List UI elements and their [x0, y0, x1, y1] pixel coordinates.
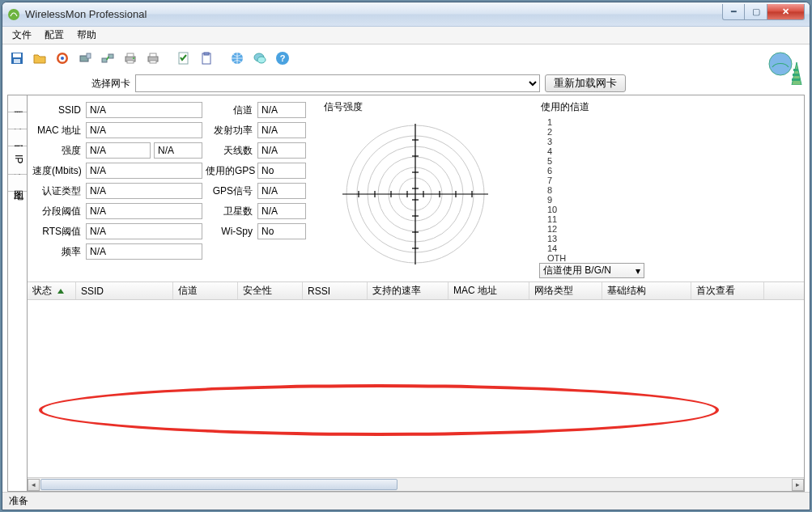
col-rssi[interactable]: RSSI: [303, 282, 368, 299]
status-text: 准备: [9, 494, 28, 508]
menubar: 文件 配置 帮助: [2, 27, 810, 44]
gps-value: No: [257, 163, 306, 179]
channels-title: 使用的信道: [541, 100, 661, 114]
col-nettype[interactable]: 网络类型: [529, 282, 602, 299]
titlebar: WirelessMon Professional ━ ▢ ✕: [2, 2, 810, 27]
toolbar: ?: [2, 44, 810, 72]
signal-radar: [322, 117, 508, 271]
svg-rect-17: [150, 61, 156, 63]
txpower-label: 发射功率: [206, 124, 254, 138]
col-firstseen[interactable]: 首次查看: [691, 282, 764, 299]
device-icon[interactable]: [75, 49, 95, 68]
svg-point-23: [257, 57, 266, 63]
h-scrollbar[interactable]: ◂ ▸: [28, 477, 804, 491]
help-icon[interactable]: ?: [273, 49, 292, 68]
ssid-value: N/A: [86, 102, 202, 118]
col-status[interactable]: 状态: [28, 282, 76, 299]
grid-header: 状态 SSID 信道 安全性 RSSI 支持的速率 MAC 地址 网络类型 基础…: [28, 282, 804, 300]
col-infra[interactable]: 基础结构: [602, 282, 691, 299]
col-ssid[interactable]: SSID: [76, 282, 173, 299]
info-grid: SSID N/A 信道 N/A MAC 地址 N/A 发射功率 N/A 强度 N…: [32, 100, 316, 277]
ap-grid: 状态 SSID 信道 安全性 RSSI 支持的速率 MAC 地址 网络类型 基础…: [28, 281, 804, 491]
check-icon[interactable]: [174, 49, 193, 68]
tab-graph[interactable]: 图形: [8, 129, 27, 146]
svg-rect-29: [792, 78, 800, 81]
svg-rect-27: [793, 69, 798, 71]
app-logo-large: [767, 49, 803, 87]
scroll-right-icon[interactable]: ▸: [792, 479, 804, 491]
antenna-value: N/A: [257, 142, 306, 159]
sat-value: N/A: [257, 203, 306, 219]
reload-button[interactable]: 重新加载网卡: [545, 74, 626, 92]
window-title: WirelessMon Professional: [25, 8, 147, 20]
rts-label: RTS阈值: [32, 225, 83, 239]
main-panel: SSID N/A 信道 N/A MAC 地址 N/A 发射功率 N/A 强度 N…: [28, 95, 804, 491]
tab-map[interactable]: 地图: [8, 175, 27, 192]
app-icon: [7, 8, 20, 21]
print-icon[interactable]: [121, 49, 140, 68]
channel-mode-value: 信道使用 B/G/N: [543, 264, 611, 277]
svg-point-0: [8, 9, 19, 20]
channel-mode-combo[interactable]: 信道使用 B/G/N ▾: [539, 263, 644, 278]
antenna-label: 天线数: [206, 144, 254, 158]
channel-label: 信道: [206, 104, 254, 117]
radar-title: 信号强度: [324, 100, 533, 114]
strength-label: 强度: [32, 144, 83, 158]
grid-body: [28, 300, 804, 477]
svg-rect-10: [108, 54, 113, 58]
tab-ip[interactable]: IP 连接: [8, 146, 27, 175]
close-button[interactable]: ✕: [767, 4, 805, 20]
menu-help[interactable]: 帮助: [70, 27, 103, 44]
printer2-icon[interactable]: [143, 49, 163, 68]
app-window: WirelessMon Professional ━ ▢ ✕ 文件 配置 帮助 …: [2, 2, 810, 510]
scroll-left-icon[interactable]: ◂: [28, 479, 40, 491]
save-icon[interactable]: [7, 49, 27, 68]
svg-rect-28: [793, 74, 799, 76]
frag-label: 分段阈值: [32, 205, 83, 218]
svg-rect-2: [13, 53, 21, 57]
freq-value: N/A: [86, 243, 202, 260]
tab-summary[interactable]: 概要: [8, 95, 27, 112]
svg-rect-9: [102, 58, 107, 62]
tab-stats[interactable]: 统计: [8, 112, 27, 129]
wispy-value: No: [257, 223, 306, 239]
adapter-row: 选择网卡 重新加载网卡: [2, 72, 810, 95]
statusbar: 准备: [2, 492, 810, 510]
adapter-select[interactable]: [135, 74, 540, 92]
rts-value: N/A: [86, 223, 202, 239]
col-channel[interactable]: 信道: [173, 282, 238, 299]
content-area: 概要 统计 图形 IP 连接 地图 SSID N/A 信道 N/A MAC 地址…: [7, 95, 805, 492]
gps-label: 使用的GPS: [206, 164, 254, 178]
auth-value: N/A: [86, 183, 202, 199]
menu-file[interactable]: 文件: [6, 27, 38, 44]
minimize-button[interactable]: ━: [722, 4, 745, 20]
auth-label: 认证类型: [32, 184, 83, 198]
maximize-button[interactable]: ▢: [745, 4, 767, 20]
strength1-value: N/A: [86, 142, 151, 159]
svg-point-14: [133, 57, 134, 59]
svg-rect-20: [204, 53, 209, 55]
channel-value: N/A: [257, 102, 306, 118]
strength2-value: N/A: [154, 142, 202, 159]
radar-block: 信号强度: [322, 100, 533, 277]
col-rates[interactable]: 支持的速率: [368, 282, 449, 299]
col-mac[interactable]: MAC 地址: [449, 282, 529, 299]
chat-icon[interactable]: [250, 49, 270, 68]
mac-value: N/A: [86, 122, 202, 138]
link-icon[interactable]: [98, 49, 117, 68]
adapter-label: 选择网卡: [91, 77, 130, 91]
target-icon[interactable]: [53, 49, 72, 68]
col-security[interactable]: 安全性: [238, 282, 303, 299]
chevron-down-icon: ▾: [636, 265, 640, 277]
globe-icon[interactable]: [227, 49, 247, 68]
speed-label: 速度(Mbits): [32, 164, 83, 178]
folder-icon[interactable]: [30, 49, 49, 68]
clipboard-icon[interactable]: [197, 49, 216, 68]
wispy-label: Wi-Spy: [206, 226, 254, 237]
menu-config[interactable]: 配置: [38, 27, 70, 44]
ssid-label: SSID: [32, 104, 83, 116]
svg-rect-3: [14, 59, 20, 63]
mac-label: MAC 地址: [32, 124, 83, 138]
scroll-thumb[interactable]: [40, 479, 397, 490]
svg-rect-8: [87, 53, 91, 58]
